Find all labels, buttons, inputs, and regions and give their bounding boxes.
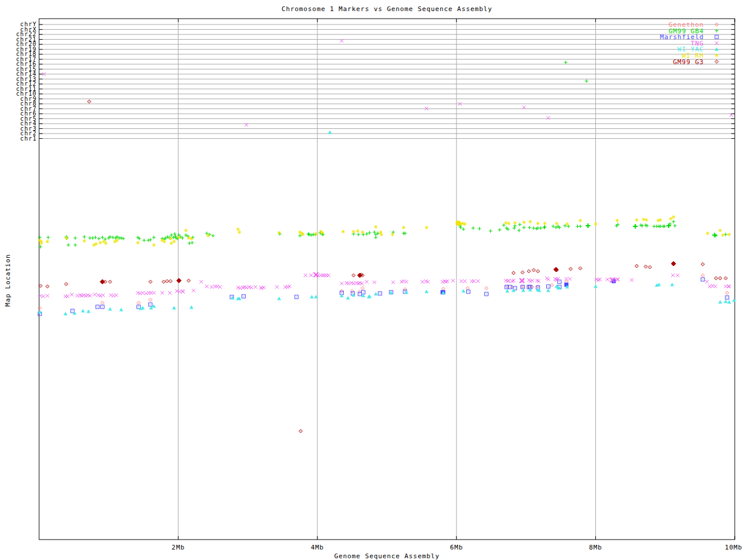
marker-wi-rh [177,236,181,239]
marker-genethon-dot [703,275,703,276]
marker-gm99-g3-dot [715,278,716,279]
marker-genethon-dot [352,291,352,292]
marker-tng [598,278,602,281]
marker-genethon-dot [566,282,567,282]
plot-border [39,19,735,540]
marker-wi-yac [546,289,550,292]
marker-wi-rh [187,236,190,240]
marker-wi-rh [46,240,49,243]
marker-marshfield-dot [468,292,469,292]
marker-wi-yac [141,306,145,310]
marker-gm99-g3-dot [167,281,167,282]
marker-tng [630,278,634,282]
marker-marshfield-dot [352,293,353,294]
marker-tng [676,274,679,277]
marker-wi-rh [95,242,98,246]
marker-gm99-g3-dot [150,282,151,282]
marker-tng [152,291,156,295]
marker-gm99-gb4 [97,237,101,240]
marker-wi-yac [328,131,332,134]
marker-wi-yac [172,306,176,310]
marker-wi-rh [672,215,675,219]
marker-wi-yac [594,285,598,288]
marker-tng [463,279,467,283]
marker-tng [511,279,514,283]
marker-gm99-gb4 [149,238,152,242]
marker-wi-rh [642,218,645,221]
marker-gm99-g3-dot [673,264,674,264]
marker-wi-rh [136,241,139,244]
marker-wi-rh [169,237,172,240]
marker-tng [727,285,731,288]
marker-marshfield-dot [727,298,727,298]
marker-marshfield-dot [566,285,567,285]
marker-wi-yac [152,304,156,308]
marker-marshfield-dot [243,296,244,297]
marker-wi-rh [99,241,102,244]
marker-gm99-g3-dot [650,267,650,268]
marker-gm99-gb4 [392,230,395,234]
legend-marker-genethon-dot [717,24,717,25]
marker-gm99-gb4 [121,237,125,240]
marker-tng [705,280,708,284]
marker-marshfield-dot [150,304,151,305]
marker-gm99-gb4 [462,228,465,231]
marker-tng [309,274,313,277]
marker-tng [547,116,550,120]
marker-tng [254,285,257,289]
marker-gm99-gb4 [539,226,542,230]
marker-wi-rh [152,243,156,247]
marker-wi-rh [555,222,558,225]
marker-wi-rh [207,234,210,237]
marker-wi-rh [594,222,598,226]
marker-tng [46,294,49,298]
marker-wi-rh [352,230,355,233]
marker-marshfield-dot [530,287,530,288]
marker-tng [444,280,448,284]
marker-tng [41,295,45,298]
marker-gm99-g3-dot [40,286,41,286]
marker-gm99-g3-dot [353,275,354,276]
marker-tng [340,282,344,285]
marker-wi-yac [277,297,281,300]
marker-wi-rh [40,242,43,245]
marker-genethon-dot [150,300,151,300]
marker-gm99-gb4 [564,61,567,64]
marker-wi-rh [513,221,516,225]
marker-tng [547,278,550,281]
marker-gm99-g3-dot [556,270,557,271]
marker-wi-yac [374,292,378,296]
marker-wi-yac [670,283,674,286]
marker-gm99-gb4 [120,236,123,240]
marker-tng [421,280,424,284]
marker-genethon-dot [467,288,468,289]
marker-gm99-gb4 [100,236,104,239]
marker-wi-rh [727,233,731,236]
marker-tng [102,293,105,297]
marker-wi-rh [616,219,619,222]
marker-marshfield-dot [703,279,703,280]
marker-wi-rh [536,222,540,225]
marker-tng [365,280,368,284]
marker-marshfield-dot [296,297,297,298]
marker-wi-rh [104,242,107,245]
marker-wi-rh [64,236,68,240]
marker-tng [218,285,222,289]
marker-gm99-gb4 [512,226,516,230]
marker-tng [160,291,164,295]
marker-gm99-g3-dot [179,281,179,281]
x-tick-label: 2Mb [172,544,185,551]
marker-gm99-gb4 [673,224,676,228]
marker-genethon-dot [486,288,487,289]
marker-wi-rh [463,222,467,226]
marker-wi-yac [462,289,466,293]
marker-gm99-gb4 [585,223,590,228]
marker-gm99-gb4 [374,236,378,239]
marker-tng [241,286,245,289]
marker-gm99-g3-dot [170,281,171,282]
marker-marshfield-dot [507,287,507,288]
marker-marshfield-dot [486,294,487,295]
marker-genethon-dot [40,308,40,309]
marker-tng [535,279,539,282]
marker-wi-rh [706,232,710,235]
